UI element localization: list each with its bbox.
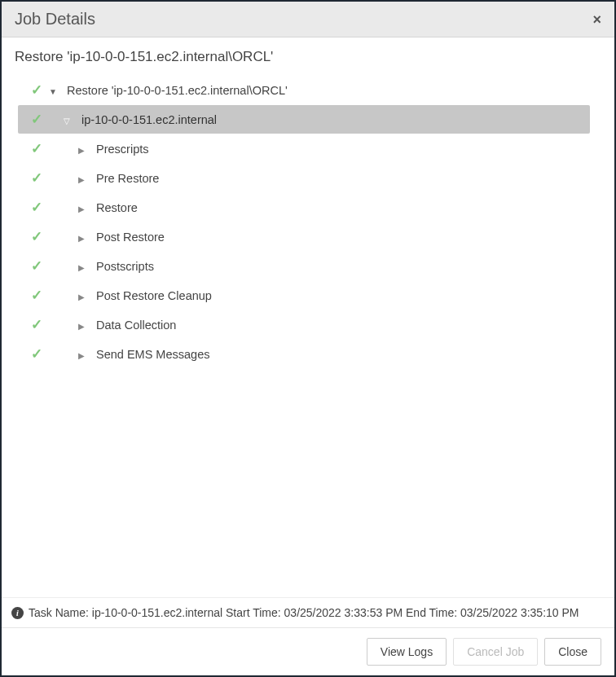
tree-label: Post Restore Cleanup xyxy=(96,289,212,302)
tree-label: ip-10-0-0-151.ec2.internal xyxy=(81,113,217,126)
caret-down-icon[interactable]: ▽ xyxy=(64,116,73,125)
caret-right-icon[interactable]: ▶ xyxy=(78,234,88,243)
tree-row-root[interactable]: ✓ ▼ Restore 'ip-10-0-0-151.ec2.internal\… xyxy=(18,76,590,104)
caret-right-icon[interactable]: ▶ xyxy=(78,204,88,213)
check-icon: ✓ xyxy=(31,345,42,363)
tree-row-step[interactable]: ✓ ▶ Data Collection xyxy=(18,310,590,339)
tree-label: Postscripts xyxy=(96,260,154,273)
close-icon[interactable]: × xyxy=(592,12,601,27)
dialog-body: Restore 'ip-10-0-0-151.ec2.internal\ORCL… xyxy=(2,37,614,627)
tree-label: Restore 'ip-10-0-0-151.ec2.internal\ORCL… xyxy=(67,84,288,97)
check-icon: ✓ xyxy=(31,228,42,245)
tree-row-step[interactable]: ✓ ▶ Restore xyxy=(18,193,590,222)
tree-label: Post Restore xyxy=(96,231,165,244)
caret-right-icon[interactable]: ▶ xyxy=(78,292,88,301)
check-icon: ✓ xyxy=(31,81,42,99)
view-logs-button[interactable]: View Logs xyxy=(367,638,447,666)
close-button[interactable]: Close xyxy=(544,638,601,666)
caret-right-icon[interactable]: ▶ xyxy=(78,351,88,360)
cancel-job-button: Cancel Job xyxy=(453,638,538,666)
tree-row-step[interactable]: ✓ ▶ Pre Restore xyxy=(18,164,590,192)
caret-right-icon[interactable]: ▶ xyxy=(78,322,88,331)
check-icon: ✓ xyxy=(31,257,42,275)
tree-row-step[interactable]: ✓ ▶ Post Restore xyxy=(18,222,590,251)
job-details-dialog: Job Details × Restore 'ip-10-0-0-151.ec2… xyxy=(0,0,616,677)
tree-label: Prescripts xyxy=(96,143,148,156)
tree-label: Pre Restore xyxy=(96,172,159,185)
check-icon: ✓ xyxy=(31,287,42,304)
tree-label: Send EMS Messages xyxy=(96,348,209,361)
tree-row-step[interactable]: ✓ ▶ Post Restore Cleanup xyxy=(18,281,590,310)
check-icon: ✓ xyxy=(31,169,42,187)
tree-row-step[interactable]: ✓ ▶ Postscripts xyxy=(18,252,590,280)
restore-title: Restore 'ip-10-0-0-151.ec2.internal\ORCL… xyxy=(2,37,614,72)
dialog-footer: View Logs Cancel Job Close xyxy=(2,627,614,675)
tree-label: Data Collection xyxy=(96,319,176,332)
check-icon: ✓ xyxy=(31,140,42,157)
status-bar: i Task Name: ip-10-0-0-151.ec2.internal … xyxy=(2,597,614,627)
check-icon: ✓ xyxy=(31,316,42,333)
caret-right-icon[interactable]: ▶ xyxy=(78,146,88,155)
caret-down-icon[interactable]: ▼ xyxy=(49,87,59,96)
tree-label: Restore xyxy=(96,201,138,214)
tree-row-host[interactable]: ✓ ▽ ip-10-0-0-151.ec2.internal xyxy=(18,105,590,134)
tree-container[interactable]: ✓ ▼ Restore 'ip-10-0-0-151.ec2.internal\… xyxy=(2,72,614,597)
dialog-title: Job Details xyxy=(15,10,95,29)
info-icon: i xyxy=(11,607,24,619)
caret-right-icon[interactable]: ▶ xyxy=(78,263,88,272)
dialog-header: Job Details × xyxy=(2,2,614,37)
caret-right-icon[interactable]: ▶ xyxy=(78,175,88,184)
status-text: Task Name: ip-10-0-0-151.ec2.internal St… xyxy=(29,606,579,619)
check-icon: ✓ xyxy=(31,111,42,128)
tree-row-step[interactable]: ✓ ▶ Send EMS Messages xyxy=(18,340,590,368)
tree-row-step[interactable]: ✓ ▶ Prescripts xyxy=(18,134,590,163)
check-icon: ✓ xyxy=(31,199,42,216)
